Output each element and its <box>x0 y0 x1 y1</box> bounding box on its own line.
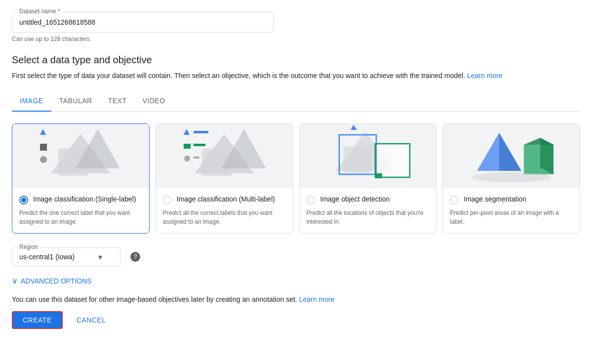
svg-marker-9 <box>184 129 190 135</box>
footer-learn-more-link[interactable]: Learn more <box>299 295 335 303</box>
select-title: Select a data type and objective <box>12 54 580 66</box>
svg-rect-14 <box>194 157 199 159</box>
svg-point-5 <box>40 156 47 163</box>
create-button[interactable]: CREATE <box>12 311 63 329</box>
region-help-icon[interactable]: ? <box>130 252 140 262</box>
svg-marker-20 <box>351 125 357 130</box>
card-multi-label[interactable]: Image classification (Multi-label) Predi… <box>156 123 293 234</box>
radio-single-label[interactable] <box>19 196 28 204</box>
svg-point-13 <box>184 156 190 162</box>
card-multi-label-body: Image classification (Multi-label) Predi… <box>156 188 293 233</box>
radio-object-detection[interactable] <box>307 196 316 204</box>
svg-point-27 <box>472 172 551 182</box>
advanced-options-section: ∨ ADVANCED OPTIONS <box>12 276 580 285</box>
svg-rect-4 <box>40 144 47 151</box>
advanced-options-label: ADVANCED OPTIONS <box>21 277 92 285</box>
footer-note: You can use this dataset for other image… <box>12 295 580 303</box>
select-section: Select a data type and objective First s… <box>12 54 580 234</box>
advanced-chevron-icon: ∨ <box>12 276 18 285</box>
svg-rect-11 <box>184 144 191 149</box>
card-object-detection-body: Image object detection Predict all the l… <box>300 188 436 233</box>
region-label: Region <box>17 243 40 250</box>
card-multi-label-image <box>156 124 293 188</box>
tab-text[interactable]: TEXT <box>100 91 135 112</box>
objective-cards-grid: Image classification (Single-label) Pred… <box>12 123 580 234</box>
card-object-detection[interactable]: Image object detection Predict all the l… <box>299 123 437 234</box>
dataset-name-label: Dataset name * <box>17 8 62 15</box>
svg-rect-19 <box>377 145 408 176</box>
action-buttons: CREATE CANCEL <box>12 311 580 329</box>
radio-segmentation[interactable] <box>450 196 459 204</box>
dataset-name-section: Dataset name * Can use up to 128 charact… <box>12 12 580 42</box>
card-single-label-title: Image classification (Single-label) <box>33 195 136 203</box>
radio-multi-label[interactable] <box>163 196 172 204</box>
svg-rect-16 <box>343 146 370 173</box>
card-segmentation[interactable]: Image segmentation Predict per-pixel are… <box>442 123 580 234</box>
svg-marker-23 <box>499 133 521 171</box>
svg-marker-3 <box>40 129 46 135</box>
card-object-detection-desc: Predict all the locations of objects tha… <box>307 208 430 226</box>
select-learn-more-link[interactable]: Learn more <box>467 72 503 80</box>
dataset-name-input-wrapper: Dataset name * <box>12 12 274 33</box>
card-segmentation-desc: Predict per-pixel areas of an image with… <box>450 208 573 226</box>
card-single-label[interactable]: Image classification (Single-label) Pred… <box>12 123 150 234</box>
tab-tabular[interactable]: TABULAR <box>51 91 100 112</box>
region-select-wrapper: Region us-central1 (Iowa) us-east1 (Sout… <box>12 247 120 266</box>
svg-rect-10 <box>194 131 208 133</box>
card-single-label-desc: Predict the one correct label that you w… <box>19 208 142 226</box>
svg-rect-12 <box>194 144 205 146</box>
card-segmentation-title: Image segmentation <box>464 195 526 203</box>
card-segmentation-image <box>443 124 580 188</box>
select-description: First select the type of data your datas… <box>12 71 580 81</box>
tab-image[interactable]: IMAGE <box>12 91 51 112</box>
dataset-name-hint: Can use up to 128 characters. <box>12 36 580 42</box>
card-segmentation-body: Image segmentation Predict per-pixel are… <box>443 188 580 233</box>
tab-video[interactable]: VIDEO <box>134 91 173 112</box>
card-single-label-body: Image classification (Single-label) Pred… <box>12 188 149 233</box>
advanced-options-toggle[interactable]: ∨ ADVANCED OPTIONS <box>12 276 92 285</box>
dataset-name-input[interactable] <box>12 12 273 32</box>
data-type-tabs: IMAGE TABULAR TEXT VIDEO <box>12 91 580 112</box>
card-object-detection-image <box>300 124 436 188</box>
card-single-label-image <box>12 124 149 188</box>
svg-rect-21 <box>375 173 382 178</box>
card-multi-label-title: Image classification (Multi-label) <box>177 195 275 203</box>
region-section: Region us-central1 (Iowa) us-east1 (Sout… <box>12 247 580 266</box>
region-select[interactable]: us-central1 (Iowa) us-east1 (South Carol… <box>12 248 120 266</box>
card-multi-label-desc: Predict all the correct labels that you … <box>163 208 286 226</box>
cancel-button[interactable]: CANCEL <box>69 312 114 328</box>
card-object-detection-title: Image object detection <box>320 195 390 203</box>
